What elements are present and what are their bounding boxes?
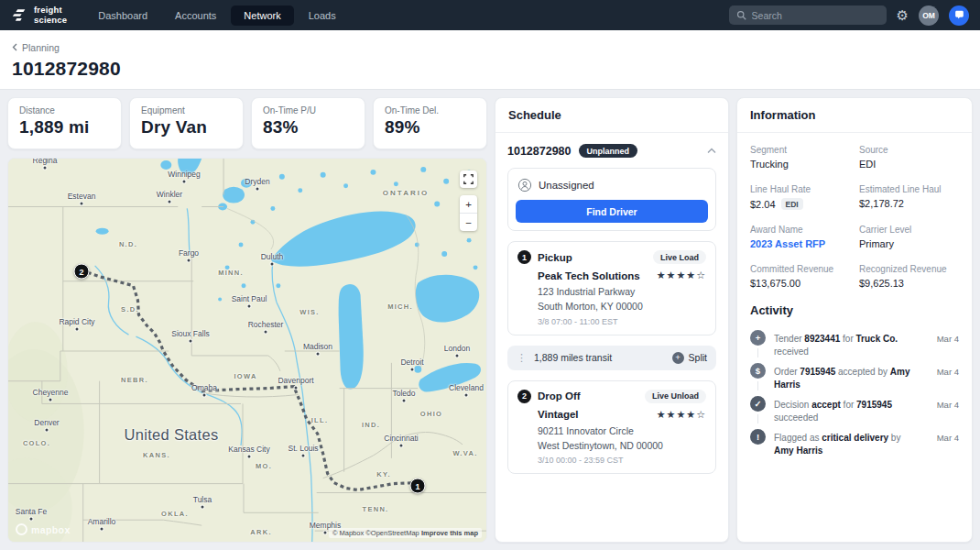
mapbox-logo-icon — [16, 523, 27, 535]
left-column: Distance1,889 miEquipmentDry VanOn-Time … — [7, 97, 487, 543]
exclamation-circle-icon: ! — [750, 429, 766, 445]
info-field-award-name: Award Name2023 Asset RFP — [750, 225, 850, 249]
info-field-recognized-revenue: Recognized Revenue$9,625.13 — [859, 264, 959, 289]
map-zoom-out-button[interactable]: − — [460, 214, 477, 231]
map-marker-2[interactable]: 2 — [74, 264, 90, 280]
activity-date: Mar 4 — [930, 324, 959, 358]
stat-value: 83% — [263, 117, 354, 138]
plus-circle-icon: + — [750, 330, 766, 346]
plus-circle-icon: + — [672, 352, 684, 364]
settings-gear-icon[interactable]: ⚙ — [897, 8, 909, 22]
stat-label: Distance — [19, 105, 110, 116]
activity-item: !Flagged as critical delivery by Amy Har… — [750, 424, 959, 456]
stat-value: 1,889 mi — [19, 117, 110, 138]
stop-card-pickup[interactable]: 1PickupLive LoadPeak Tech Solutions★★★★☆… — [507, 241, 716, 336]
driver-card: Unassigned Find Driver — [507, 168, 716, 231]
logo-text: freight science — [34, 6, 67, 25]
information-grid: SegmentTruckingSourceEDILine Haul Rate$2… — [737, 133, 972, 291]
field-value-text: Trucking — [750, 159, 789, 170]
avatar[interactable]: OM — [919, 6, 939, 26]
stat-card-equipment: EquipmentDry Van — [129, 97, 244, 149]
stat-label: On-Time P/U — [263, 105, 354, 116]
field-value-text: Primary — [859, 238, 894, 249]
field-label: Segment — [750, 145, 850, 155]
status-badge: Unplanned — [579, 144, 638, 158]
field-value-text: $2.04 — [750, 199, 776, 210]
breadcrumb[interactable]: Planning — [12, 42, 60, 53]
map[interactable]: ReginaWinnipegWinklerEstevanDrydenONTARI… — [7, 158, 487, 543]
page-title: 1012872980 — [12, 58, 968, 80]
activity-item: +Tender 8923441 for Truck Co. receivedMa… — [750, 324, 959, 358]
rating-stars[interactable]: ★★★★☆ — [657, 409, 706, 421]
drag-handle-icon[interactable]: ⋮ — [517, 353, 527, 363]
rating-stars[interactable]: ★★★★☆ — [657, 270, 706, 281]
activity-connector — [757, 414, 758, 424]
split-button[interactable]: +Split — [672, 352, 707, 364]
activity-date: Mar 4 — [930, 424, 959, 456]
search-icon — [736, 10, 746, 20]
info-field-line-haul-rate: Line Haul Rate$2.04EDI — [750, 184, 850, 210]
stat-label: On-Time Del. — [385, 105, 475, 116]
stops-list: 1PickupLive LoadPeak Tech Solutions★★★★☆… — [507, 241, 716, 474]
map-attribution[interactable]: © Mapbox ©OpenStreetMap Improve this map — [329, 528, 482, 538]
field-value-text: EDI — [859, 159, 876, 170]
split-label: Split — [689, 352, 707, 363]
find-driver-button[interactable]: Find Driver — [516, 200, 708, 223]
collapse-chevron-icon[interactable] — [707, 148, 716, 154]
field-value: $2,178.72 — [859, 198, 959, 209]
nav-item-loads[interactable]: Loads — [296, 6, 349, 26]
nav-item-accounts[interactable]: Accounts — [162, 6, 229, 26]
activity-item: ✓Decision accept for 7915945 succeededMa… — [750, 390, 959, 424]
stop-type-label: Pickup — [538, 252, 572, 263]
top-navbar: freight science DashboardAccountsNetwork… — [0, 0, 980, 30]
award-name-link[interactable]: 2023 Asset RFP — [750, 238, 825, 249]
info-field-carrier-level: Carrier LevelPrimary — [859, 225, 959, 249]
activity-feed: +Tender 8923441 for Truck Co. receivedMa… — [737, 319, 972, 462]
transit-row[interactable]: ⋮1,889 miles transit+Split — [507, 346, 716, 370]
dollar-circle-icon: $ — [750, 363, 766, 379]
load-id: 1012872980 — [507, 145, 572, 158]
field-value-text: $13,675.00 — [750, 278, 800, 289]
activity-date: Mar 4 — [930, 390, 959, 424]
map-marker-1[interactable]: 1 — [410, 478, 426, 494]
driver-unassigned-label: Unassigned — [539, 180, 594, 191]
activity-date: Mar 4 — [930, 358, 959, 390]
nav-item-network[interactable]: Network — [231, 6, 293, 26]
logo-icon — [11, 8, 27, 22]
mapbox-logo[interactable]: mapbox — [16, 523, 71, 535]
activity-icon-col: + — [750, 324, 766, 358]
field-value: $2.04EDI — [750, 198, 850, 210]
expand-icon — [463, 174, 474, 184]
map-zoom-in-button[interactable]: + — [460, 195, 477, 213]
chat-button[interactable] — [949, 6, 969, 26]
activity-title: Activity — [737, 291, 972, 319]
field-label: Source — [859, 145, 959, 155]
search-input[interactable] — [752, 10, 879, 21]
field-value: EDI — [859, 159, 959, 170]
stop-head: 2Drop OffLive Unload — [517, 390, 706, 403]
stop-mode-badge: Live Unload — [645, 390, 706, 403]
stop-name-row: Vintagel★★★★☆ — [538, 409, 706, 421]
search-box[interactable] — [729, 6, 887, 25]
map-fullscreen-button[interactable] — [460, 170, 477, 188]
chat-bubble-icon — [953, 9, 965, 21]
app-logo[interactable]: freight science — [11, 6, 67, 25]
page-header: Planning 1012872980 — [0, 30, 980, 90]
stop-body: Peak Tech Solutions★★★★☆123 Industrial P… — [517, 270, 706, 326]
activity-icon-col: $ — [750, 358, 766, 390]
main-content: Distance1,889 miEquipmentDry VanOn-Time … — [0, 90, 980, 550]
map-controls: + − — [460, 170, 477, 231]
stop-card-drop-off[interactable]: 2Drop OffLive UnloadVintagel★★★★☆90211 I… — [507, 380, 716, 475]
info-field-segment: SegmentTrucking — [750, 145, 850, 170]
driver-avatar-icon — [517, 178, 532, 192]
stop-facility-name: Peak Tech Solutions — [538, 270, 640, 281]
stat-card-distance: Distance1,889 mi — [7, 97, 122, 149]
field-label: Recognized Revenue — [859, 264, 959, 274]
activity-connector — [757, 348, 758, 358]
info-field-estimated-line-haul: Estimated Line Haul$2,178.72 — [859, 184, 959, 210]
load-row[interactable]: 1012872980 Unplanned — [507, 144, 716, 158]
activity-text: Flagged as critical delivery by Amy Harr… — [774, 424, 921, 456]
field-label: Committed Revenue — [750, 264, 850, 274]
nav-item-dashboard[interactable]: Dashboard — [85, 6, 160, 26]
stop-address: 123 Industrial ParkwaySouth Morton, KY 0… — [538, 284, 706, 314]
